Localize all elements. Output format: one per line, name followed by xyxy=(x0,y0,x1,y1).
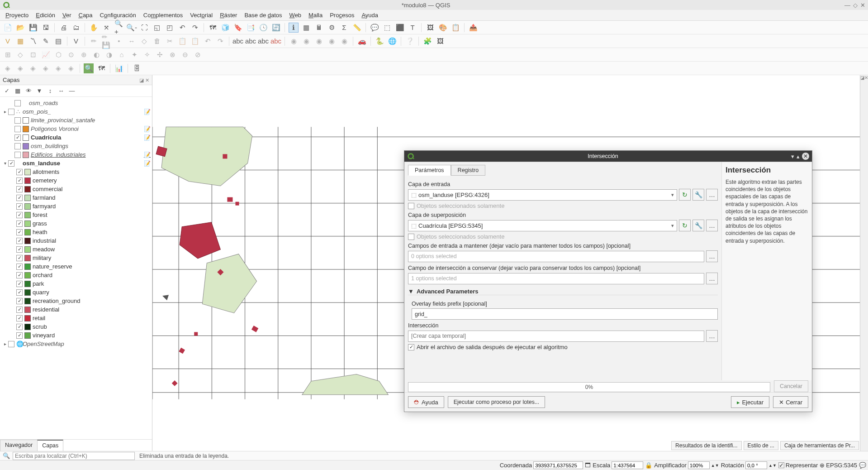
snap16-icon[interactable]: ⊘ xyxy=(193,50,203,60)
layer-osm-buildings[interactable]: osm_buildings xyxy=(31,143,152,149)
dock-icon[interactable]: ◪✕ xyxy=(860,75,868,80)
identify-icon[interactable]: ℹ xyxy=(289,23,299,33)
tab-capas[interactable]: Capas xyxy=(37,440,63,451)
advanced-header[interactable]: ▼Advanced Parameters xyxy=(408,288,718,295)
save-as-icon[interactable]: 🖫 xyxy=(41,23,51,33)
paste-icon[interactable]: 📋 xyxy=(190,36,200,46)
menu-procesos[interactable]: Procesos xyxy=(326,12,358,19)
render-check[interactable]: ✓ xyxy=(778,462,784,468)
close-button[interactable]: ✕Cerrar xyxy=(773,396,808,408)
magnifier-input[interactable] xyxy=(688,461,710,469)
settings-icon[interactable]: 🔧 xyxy=(693,189,704,201)
db-icon[interactable]: 🗄 xyxy=(132,63,142,73)
toolbox-icon[interactable]: ⚙ xyxy=(327,23,337,33)
snap6-icon[interactable]: ⊙ xyxy=(66,50,76,60)
snap8-icon[interactable]: ◐ xyxy=(91,50,101,60)
close-button[interactable]: ✕ xyxy=(860,2,865,9)
menu-complementos[interactable]: Complementos xyxy=(140,12,186,19)
snap7-icon[interactable]: ⊕ xyxy=(79,50,89,60)
overlay-layer-combo[interactable]: ⬚Cuadrícula [EPSG:5345] xyxy=(408,220,677,231)
class-scrub[interactable]: scrub xyxy=(33,323,152,330)
browse-icon[interactable]: … xyxy=(706,220,718,231)
snap-icon[interactable]: ⊞ xyxy=(3,50,13,60)
class-meadow[interactable]: meadow xyxy=(33,246,152,253)
menu-ver[interactable]: Ver xyxy=(59,12,75,19)
extent-icon[interactable]: 🗖 xyxy=(585,462,591,469)
snap3-icon[interactable]: ⊡ xyxy=(28,50,38,60)
manage-themes-icon[interactable]: 👁 xyxy=(24,87,33,95)
cut-icon[interactable]: ✂ xyxy=(165,36,175,46)
layer-osm-roads[interactable]: osm_roads xyxy=(29,100,152,106)
layout-manager-icon[interactable]: 🗂 xyxy=(71,23,81,33)
zoom-out-icon[interactable]: 🔍- xyxy=(127,23,137,33)
snap4-icon[interactable]: 📈 xyxy=(41,50,51,60)
tab-resultados[interactable]: Resultados de la identifi... xyxy=(671,441,741,450)
class-forest[interactable]: forest xyxy=(33,211,152,218)
tab-toolbox[interactable]: Caja de herramientas de Pr... xyxy=(780,441,859,450)
new-3d-view-icon[interactable]: 🧊 xyxy=(220,23,230,33)
plot-icon[interactable]: 📊 xyxy=(114,63,124,73)
remove-layer-icon[interactable]: — xyxy=(68,87,76,95)
input-fields-field[interactable] xyxy=(408,251,704,262)
menu-basedatos[interactable]: Base de datos xyxy=(241,12,285,19)
prefix-input[interactable] xyxy=(412,308,718,320)
label-off-icon[interactable]: abc xyxy=(271,36,281,46)
tab-estilo[interactable]: Estilo de ... xyxy=(744,441,778,450)
layer-osm-landuse[interactable]: osm_landuse xyxy=(23,160,144,167)
refresh-icon[interactable]: 🔄 xyxy=(271,23,281,33)
diagram2-icon[interactable]: ◉ xyxy=(301,36,311,46)
field-calc-icon[interactable]: 🖩 xyxy=(314,23,324,33)
pan-icon[interactable]: ✋ xyxy=(89,23,99,33)
tab-registro[interactable]: Registro xyxy=(451,165,486,176)
diagram4-icon[interactable]: ◉ xyxy=(327,36,337,46)
filter-icon[interactable]: ▼ xyxy=(35,87,43,95)
new-shapefile-icon[interactable]: V xyxy=(71,36,81,46)
expand-icon[interactable]: ▸ xyxy=(2,109,8,114)
label-icon[interactable]: abc xyxy=(233,36,243,46)
maptips-icon[interactable]: 💬 xyxy=(370,23,379,33)
select-icon[interactable]: ⬚ xyxy=(382,23,392,33)
add-raster-icon[interactable]: ▦ xyxy=(15,36,25,46)
menu-ayuda[interactable]: Ayuda xyxy=(358,12,382,19)
snap5-icon[interactable]: ⬡ xyxy=(53,50,63,60)
deselect-icon[interactable]: ⬛ xyxy=(395,23,405,33)
plugin1-icon[interactable]: 🧩 xyxy=(422,36,432,46)
label2-icon[interactable]: abc xyxy=(246,36,256,46)
snap13-icon[interactable]: ✢ xyxy=(155,50,165,60)
browse-icon[interactable]: … xyxy=(706,189,718,201)
class-recreation-ground[interactable]: recreation_ground xyxy=(33,297,152,304)
diagram-icon[interactable]: ◉ xyxy=(289,36,299,46)
snap14-icon[interactable]: ⊗ xyxy=(167,50,177,60)
digi1-icon[interactable]: ◈ xyxy=(3,63,13,73)
panel-dock-icon[interactable]: ◪ ✕ xyxy=(139,77,149,83)
diagram5-icon[interactable]: ◉ xyxy=(339,36,349,46)
tab-navegador[interactable]: Navegador xyxy=(0,440,38,451)
class-heath[interactable]: heath xyxy=(33,229,152,235)
layer-styling-icon[interactable]: 📋 xyxy=(451,23,460,33)
open-project-icon[interactable]: 📂 xyxy=(15,23,25,33)
class-farmyard[interactable]: farmyard xyxy=(33,203,152,210)
measure-icon[interactable]: 📏 xyxy=(352,23,362,33)
scale-input[interactable] xyxy=(612,461,643,469)
settings-icon[interactable]: 🔧 xyxy=(693,220,704,231)
filter-legend-icon[interactable]: ✓ xyxy=(3,87,11,95)
menu-edicion[interactable]: Edición xyxy=(32,12,59,19)
attribute-table-icon[interactable]: ▦ xyxy=(301,23,311,33)
zoom-in-icon[interactable]: 🔍+ xyxy=(114,23,124,33)
class-nature-reserve[interactable]: nature_reserve xyxy=(33,263,152,270)
coord-input[interactable] xyxy=(533,461,583,469)
crs-icon[interactable]: ⊕ xyxy=(820,462,825,469)
menu-raster[interactable]: Ráster xyxy=(216,12,241,19)
undo-icon[interactable]: ↶ xyxy=(203,36,213,46)
help-button[interactable]: ⛑Ayuda xyxy=(408,396,444,408)
layer-cuadricula[interactable]: Cuadrícula xyxy=(31,134,144,141)
snap11-icon[interactable]: ✦ xyxy=(129,50,139,60)
statistics-icon[interactable]: Σ xyxy=(339,23,349,33)
digi3-icon[interactable]: ◈ xyxy=(28,63,38,73)
menu-configuracion[interactable]: Configuración xyxy=(96,12,140,19)
plugin2-icon[interactable]: 🖼 xyxy=(435,36,445,46)
new-map-view-icon[interactable]: 🗺 xyxy=(208,23,218,33)
layer-edificios[interactable]: Edificios_industriales xyxy=(31,151,144,158)
save-edits-icon[interactable]: ✏💾 xyxy=(101,36,111,46)
overlay-fields-field[interactable] xyxy=(408,273,704,284)
